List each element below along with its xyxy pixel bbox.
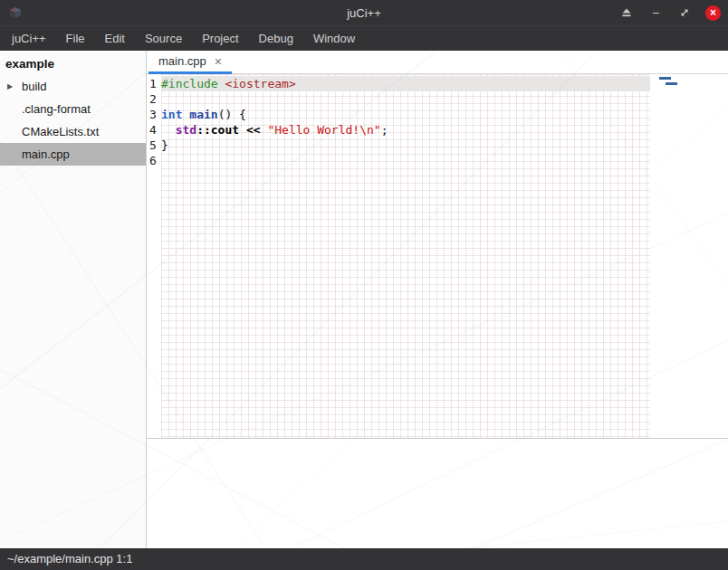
- app-icon: [7, 5, 24, 21]
- code-line[interactable]: }: [161, 138, 650, 153]
- overview-mark: [659, 77, 671, 80]
- sidebar-item-main-cpp[interactable]: main.cpp: [0, 143, 146, 166]
- triangle-right-icon[interactable]: ▶: [7, 75, 13, 98]
- code-line[interactable]: std::cout << "Hello World!\n";: [161, 122, 650, 138]
- sidebar-root-example[interactable]: example: [0, 51, 146, 75]
- sidebar-item-cmakelists-txt[interactable]: CMakeLists.txt: [0, 120, 146, 143]
- code-line[interactable]: [161, 91, 650, 107]
- output-panel[interactable]: [147, 439, 728, 548]
- line-number: 1: [149, 76, 161, 91]
- file-tree-sidebar: example ▶build.clang-formatCMakeLists.tx…: [0, 51, 147, 548]
- tab-label: main.cpp: [158, 54, 206, 68]
- editor-overview: [650, 74, 728, 438]
- menu-item-juci[interactable]: juCi++: [2, 26, 56, 51]
- menu-item-edit[interactable]: Edit: [95, 26, 135, 51]
- titlebar: juCi++ − ×: [0, 0, 728, 25]
- sidebar-list: ▶build.clang-formatCMakeLists.txtmain.cp…: [0, 75, 146, 166]
- menu-item-project[interactable]: Project: [192, 26, 248, 51]
- overview-mark: [666, 82, 677, 85]
- line-number: 2: [149, 91, 161, 107]
- sidebar-item-label: CMakeLists.txt: [22, 125, 99, 138]
- tabbar: main.cpp ×: [147, 51, 728, 74]
- code-line[interactable]: int main() {: [161, 107, 650, 122]
- line-number: 4: [149, 122, 161, 138]
- line-number: 3: [149, 107, 161, 122]
- sidebar-item-label: main.cpp: [22, 147, 70, 161]
- menu-item-source[interactable]: Source: [135, 26, 192, 51]
- sidebar-item-label: .clang-format: [22, 102, 91, 116]
- restore-icon[interactable]: [676, 5, 693, 21]
- code-line[interactable]: #include <iostream>: [161, 76, 650, 91]
- line-number-gutter: 123456: [147, 74, 161, 438]
- minimize-icon[interactable]: −: [647, 5, 664, 21]
- code-editor[interactable]: 123456 #include <iostream>int main() { s…: [147, 74, 728, 438]
- sidebar-item-label: build: [22, 80, 46, 93]
- main-panel: main.cpp × 123456 #include <iostream>int…: [147, 51, 728, 548]
- status-text: ~/example/main.cpp 1:1: [7, 552, 132, 565]
- tab-close-icon[interactable]: ×: [215, 55, 222, 68]
- sidebar-item-build[interactable]: ▶build: [0, 75, 146, 98]
- menu-item-window[interactable]: Window: [303, 26, 365, 51]
- line-number: 6: [149, 153, 161, 168]
- tab-main-cpp[interactable]: main.cpp ×: [148, 51, 232, 74]
- code-lines[interactable]: #include <iostream>int main() { std::cou…: [161, 74, 650, 438]
- statusbar: ~/example/main.cpp 1:1: [0, 548, 728, 570]
- sidebar-item-clang-format[interactable]: .clang-format: [0, 98, 146, 120]
- close-icon[interactable]: ×: [705, 5, 721, 21]
- line-number: 5: [149, 138, 161, 153]
- menu-item-debug[interactable]: Debug: [249, 26, 303, 51]
- menubar: juCi++FileEditSourceProjectDebugWindow: [0, 25, 728, 51]
- window-controls: − ×: [618, 5, 721, 21]
- content: example ▶build.clang-formatCMakeLists.tx…: [0, 51, 728, 548]
- menu-item-file[interactable]: File: [56, 26, 95, 51]
- code-line[interactable]: [161, 153, 650, 168]
- eject-icon[interactable]: [618, 5, 635, 21]
